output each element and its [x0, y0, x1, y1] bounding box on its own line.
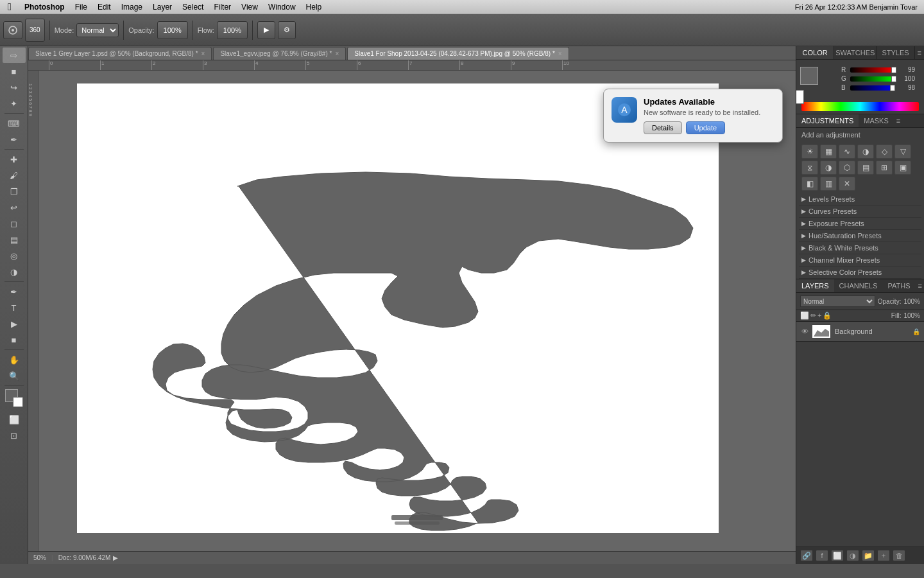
tab-0-close[interactable]: × [201, 50, 205, 57]
text-tool[interactable]: T [3, 300, 26, 315]
b-slider[interactable] [850, 85, 894, 91]
eraser-tool[interactable]: ◻ [3, 216, 26, 231]
layer-visibility-eye[interactable]: 👁 [800, 328, 809, 335]
masks-tab[interactable]: MASKS [859, 114, 894, 127]
channels-tab[interactable]: CHANNELS [834, 279, 883, 292]
hand-tool[interactable]: ✋ [3, 352, 26, 367]
preset-curves[interactable]: ▶ Curves Presets [799, 206, 921, 218]
hue-sat-icon[interactable]: ▽ [894, 144, 911, 159]
add-style-btn[interactable]: f [816, 550, 828, 561]
color-panel-expand[interactable]: ≡ [915, 46, 924, 59]
selective-color-icon[interactable]: ✕ [839, 177, 855, 191]
layers-panel-expand[interactable]: ≡ [916, 279, 924, 292]
levels-icon[interactable]: ▦ [820, 144, 837, 159]
preset-huesat[interactable]: ▶ Hue/Saturation Presets [799, 230, 921, 242]
path-selection-tool[interactable]: ▶ [3, 316, 26, 331]
new-adjustment-btn[interactable]: ◑ [846, 550, 859, 561]
crop-tool[interactable]: ⌨ [3, 116, 26, 131]
tab-1-close[interactable]: × [335, 50, 339, 57]
clone-tool[interactable]: ❐ [3, 184, 26, 199]
preset-channelmixer[interactable]: ▶ Channel Mixer Presets [799, 254, 921, 267]
zoom-tool[interactable]: 🔍 [3, 368, 26, 383]
move-tool[interactable]: ⇨ [3, 48, 26, 63]
g-slider-thumb[interactable] [891, 76, 896, 82]
brush-tool-btn[interactable] [3, 21, 22, 39]
tab-1[interactable]: Slave1_egvv.jpeg @ 76.9% (Gray/8#) * × [213, 47, 346, 60]
history-brush-tool[interactable]: ↩ [3, 200, 26, 215]
menu-view[interactable]: View [236, 0, 263, 13]
dodge-tool[interactable]: ◑ [3, 264, 26, 279]
curves-icon[interactable]: ∿ [839, 144, 855, 159]
settings-btn[interactable]: ⚙ [278, 21, 296, 39]
mode-select[interactable]: NormalMultiplyScreen [76, 23, 119, 37]
lock-all-icon[interactable]: 🔒 [823, 311, 832, 320]
blend-mode-select[interactable]: NormalMultiplyScreen [800, 295, 875, 307]
tab-0[interactable]: Slave 1 Grey Layer 1.psd @ 50% (Backgrou… [28, 47, 212, 60]
opacity-value[interactable]: 100% [157, 21, 188, 39]
updates-details-btn[interactable]: Details [644, 121, 682, 134]
preset-bw[interactable]: ▶ Black & White Presets [799, 242, 921, 254]
g-slider[interactable] [850, 76, 894, 82]
color-tab[interactable]: COLOR [796, 46, 834, 59]
foreground-color[interactable] [800, 67, 818, 85]
shape-tool[interactable]: ■ [3, 332, 26, 347]
paths-tab[interactable]: PATHS [883, 279, 916, 292]
layer-row-background[interactable]: 👁 Background 🔒 [796, 322, 924, 342]
blur-tool[interactable]: ◎ [3, 248, 26, 263]
b-slider-thumb[interactable] [890, 85, 895, 91]
airbrush-btn[interactable]: ▶ [257, 21, 275, 39]
adjustments-tab[interactable]: ADJUSTMENTS [796, 114, 859, 127]
layers-tab[interactable]: LAYERS [796, 279, 834, 292]
delete-layer-btn[interactable]: 🗑 [893, 550, 905, 561]
photo-filter-icon[interactable]: ⬡ [839, 161, 855, 175]
add-mask-btn[interactable]: ⬜ [831, 550, 844, 561]
menu-select[interactable]: Select [177, 0, 209, 13]
updates-update-btn[interactable]: Update [686, 121, 725, 134]
status-expand-btn[interactable]: ▶ [113, 554, 118, 561]
menu-filter[interactable]: Filter [209, 0, 236, 13]
lasso-tool[interactable]: ↪ [3, 80, 26, 95]
threshold-icon[interactable]: ◧ [801, 177, 818, 191]
swatches-tab[interactable]: SWATCHES [834, 46, 877, 59]
r-slider[interactable] [850, 67, 894, 73]
styles-tab[interactable]: STYLES [877, 46, 914, 59]
eyedropper-tool[interactable]: ✒ [3, 132, 26, 147]
apple-menu[interactable]:  [0, 1, 19, 13]
color-gradient-bar[interactable] [801, 102, 919, 111]
link-layers-btn[interactable]: 🔗 [800, 550, 813, 561]
background-color[interactable] [796, 90, 804, 104]
background-color-swatch[interactable] [13, 397, 23, 407]
r-slider-thumb[interactable] [891, 67, 896, 73]
menu-edit[interactable]: Edit [92, 0, 116, 13]
menu-file[interactable]: File [70, 0, 92, 13]
invert-icon[interactable]: ⊞ [876, 161, 893, 175]
menu-image[interactable]: Image [116, 0, 148, 13]
menu-help[interactable]: Help [301, 0, 327, 13]
gradient-tool[interactable]: ▤ [3, 232, 26, 247]
brush-size-display[interactable]: 360 [25, 19, 45, 42]
menu-window[interactable]: Window [263, 0, 301, 13]
selection-tool[interactable]: ■ [3, 64, 26, 79]
healing-tool[interactable]: ✚ [3, 152, 26, 167]
new-layer-btn[interactable]: + [877, 550, 890, 561]
brush-tool[interactable]: 🖌 [3, 168, 26, 183]
flow-value[interactable]: 100% [217, 21, 248, 39]
pen-tool[interactable]: ✒ [3, 284, 26, 299]
tab-2-close[interactable]: × [558, 50, 562, 57]
canvas-scroll[interactable]: A Updates Available New software is read… [38, 71, 796, 551]
preset-selectivecolor[interactable]: ▶ Selective Color Presets [799, 267, 921, 279]
exposure-icon[interactable]: ◑ [857, 144, 874, 159]
preset-levels[interactable]: ▶ Levels Presets [799, 193, 921, 206]
new-group-btn[interactable]: 📁 [862, 550, 875, 561]
black-white-icon[interactable]: ◑ [820, 161, 837, 175]
preset-exposure[interactable]: ▶ Exposure Presets [799, 218, 921, 230]
tab-2[interactable]: Slave1 For Shop 2013-04-25 (04.28.42-673… [347, 47, 569, 60]
color-balance-icon[interactable]: ⧖ [801, 161, 818, 175]
magic-wand-tool[interactable]: ✦ [3, 96, 26, 111]
adjustments-panel-expand[interactable]: ≡ [894, 114, 903, 127]
lock-image-icon[interactable]: ✏ [810, 311, 816, 320]
lock-transparent-icon[interactable]: ⬜ [800, 311, 809, 320]
gradient-map-icon[interactable]: ▥ [820, 177, 837, 191]
channel-mixer-icon[interactable]: ▤ [857, 161, 874, 175]
menu-photoshop[interactable]: Photoshop [19, 0, 70, 13]
